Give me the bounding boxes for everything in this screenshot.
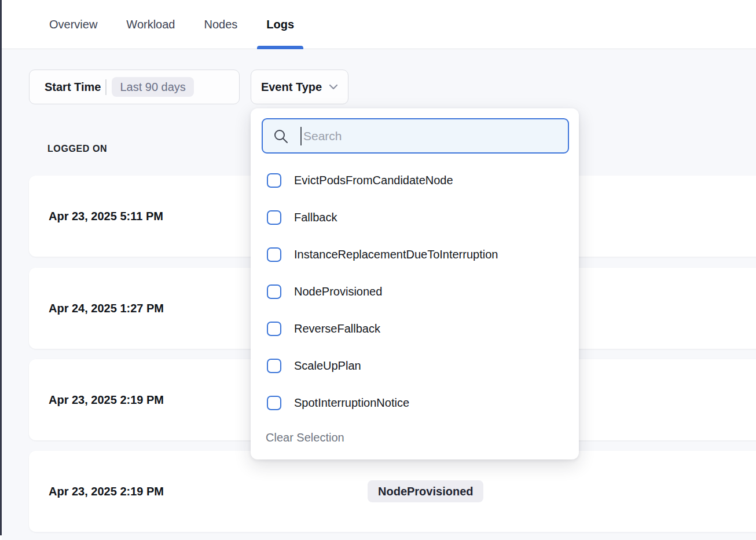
option-label: Fallback [294,211,337,224]
chevron-down-icon [329,84,338,90]
tab-workload[interactable]: Workload [117,0,184,49]
checkbox-unchecked[interactable] [267,247,281,262]
start-time-filter[interactable]: Start Time Last 90 days [29,70,240,104]
logged-on-cell: Apr 23, 2025 2:19 PM [29,485,164,498]
text-cursor [300,127,302,145]
tabs: Overview Workload Nodes Logs [2,0,756,49]
table-row[interactable]: Apr 23, 2025 2:19 PM NodeProvisioned [29,451,756,532]
app-left-edge [0,0,2,535]
option-instancereplacementduetointerruption[interactable]: InstanceReplacementDueToInterruption [251,236,579,273]
logged-on-cell: Apr 24, 2025 1:27 PM [29,302,164,315]
column-header-logged-on: LOGGED ON [47,144,107,154]
option-label: ScaleUpPlan [294,359,361,373]
option-label: SpotInterruptionNotice [294,396,409,410]
option-reversefallback[interactable]: ReverseFallback [251,310,579,347]
logged-on-cell: Apr 23, 2025 5:11 PM [29,210,163,223]
clear-selection-button[interactable]: Clear Selection [266,426,344,449]
option-label: ReverseFallback [294,322,380,335]
event-type-filter[interactable]: Event Type [251,70,348,104]
checkbox-unchecked[interactable] [267,173,281,188]
option-scaleupplan[interactable]: ScaleUpPlan [251,347,579,384]
event-type-label: Event Type [261,81,322,94]
logged-on-cell: Apr 23, 2025 2:19 PM [29,393,164,407]
dropdown-search-box[interactable] [262,118,569,154]
option-label: InstanceReplacementDueToInterruption [294,248,498,261]
event-type-badge: NodeProvisioned [368,480,483,502]
checkbox-unchecked[interactable] [267,396,281,410]
event-type-dropdown-panel: EvictPodsFromCandidateNode Fallback Inst… [251,108,579,459]
search-input[interactable] [303,129,568,143]
start-time-label: Start Time [45,81,101,94]
option-label: NodeProvisioned [294,285,382,298]
option-evictpodsfromcandidatenode[interactable]: EvictPodsFromCandidateNode [251,162,579,199]
checkbox-unchecked[interactable] [267,322,281,336]
option-fallback[interactable]: Fallback [251,199,579,236]
tab-bar: Overview Workload Nodes Logs [2,0,756,49]
start-time-value-chip[interactable]: Last 90 days [112,77,193,97]
filter-divider [105,79,107,95]
tab-overview[interactable]: Overview [40,0,107,49]
option-spotinterruptionnotice[interactable]: SpotInterruptionNotice [251,384,579,421]
checkbox-unchecked[interactable] [267,284,281,299]
logs-page: { "tabs": [ { "label": "Overview", "acti… [0,0,756,540]
search-icon [273,128,289,144]
checkbox-unchecked[interactable] [267,359,281,373]
checkbox-unchecked[interactable] [267,210,281,225]
option-nodeprovisioned[interactable]: NodeProvisioned [251,273,579,310]
tab-nodes[interactable]: Nodes [194,0,247,49]
tab-logs[interactable]: Logs [257,0,303,49]
option-label: EvictPodsFromCandidateNode [294,174,453,187]
event-type-options: EvictPodsFromCandidateNode Fallback Inst… [251,162,579,421]
